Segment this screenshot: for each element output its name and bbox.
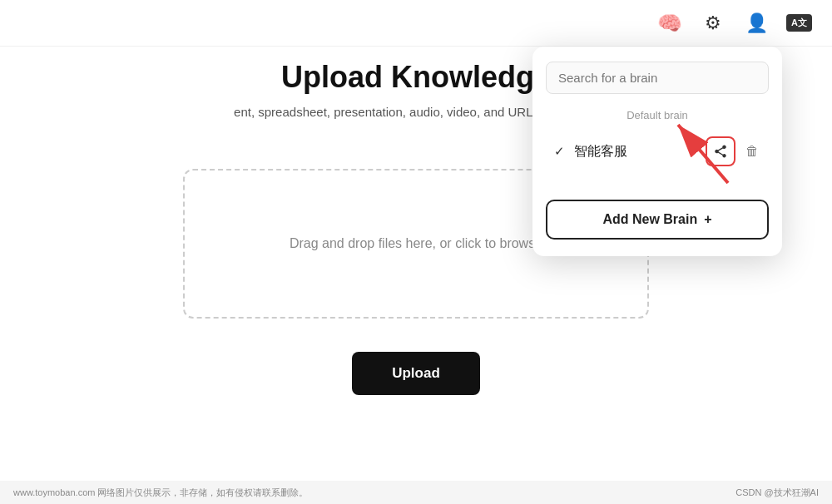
footer: www.toymoban.com 网络图片仅供展示，非存储，如有侵权请联系删除。… [0, 481, 832, 504]
share-icon [713, 144, 728, 159]
language-badge[interactable]: A文 [786, 14, 812, 32]
user-icon[interactable]: 👤 [743, 10, 770, 37]
brain-name: 智能客服 [574, 143, 699, 161]
page-title: Upload Knowledge [281, 60, 551, 95]
search-input-wrapper [546, 62, 769, 94]
brain-nav-icon[interactable]: 🧠 [656, 10, 683, 37]
navbar: 🧠 ⚙ 👤 A文 [0, 0, 832, 47]
check-icon: ✓ [551, 144, 567, 159]
share-button[interactable] [706, 136, 735, 166]
brain-item-actions: 🗑 [706, 136, 764, 166]
drop-zone-text: Drag and drop files here, or click to br… [290, 236, 542, 251]
dropdown-panel: Default brain ✓ 智能客服 🗑 Add New Brain + [532, 47, 782, 256]
search-input[interactable] [546, 62, 769, 94]
section-label: Default brain [546, 109, 769, 121]
delete-button[interactable]: 🗑 [740, 140, 764, 163]
footer-left: www.toymoban.com 网络图片仅供展示，非存储，如有侵权请联系删除。 [13, 487, 308, 499]
add-brain-plus-icon: + [704, 212, 711, 227]
add-brain-button[interactable]: Add New Brain + [546, 200, 769, 240]
upload-button[interactable]: Upload [352, 352, 480, 395]
add-brain-label: Add New Brain [602, 212, 697, 227]
footer-right: CSDN @技术狂潮AI [735, 487, 819, 499]
settings-icon[interactable]: ⚙ [700, 10, 726, 37]
brain-item: ✓ 智能客服 🗑 [546, 130, 769, 173]
